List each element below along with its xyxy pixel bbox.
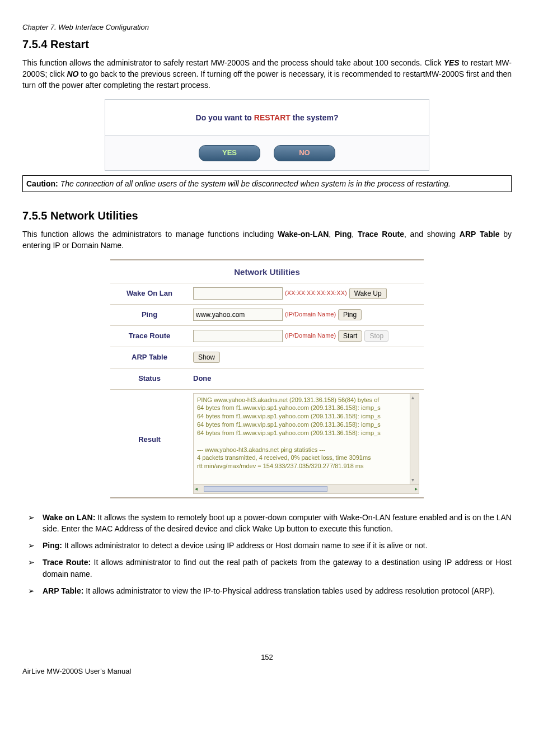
page-number: 152 [22, 652, 512, 663]
list-item: Trace Route: It allows administrator to … [43, 557, 512, 580]
feature-list: Wake on LAN: It allows the system to rem… [22, 512, 512, 597]
nu-label-wol: Wake On Lan [110, 285, 189, 302]
no-button[interactable]: NO [274, 145, 335, 161]
nu-row-status: Status Done [110, 368, 424, 389]
kw-wol: Wake-on-LAN [278, 230, 329, 239]
section-755-intro: This function allows the administrators … [22, 228, 512, 251]
result-text: PING www.yahoo-ht3.akadns.net (209.131.3… [194, 394, 419, 473]
text: This function allows the administrators … [22, 230, 278, 239]
nu-label-trace: Trace Route [110, 328, 189, 345]
text: , and showing [404, 230, 460, 239]
wakeup-button[interactable]: Wake Up [349, 288, 387, 299]
feature-body: It allows administrator to find out the … [43, 558, 512, 578]
result-scrollbar-thumb[interactable] [204, 486, 327, 492]
restart-dialog-question: Do you want to RESTART the system? [105, 100, 429, 136]
wol-hint: (XX:XX:XX:XX:XX:XX) [285, 289, 347, 298]
restart-dialog-buttons: YES NO [105, 136, 429, 170]
caution-body: The connection of all online users of th… [58, 179, 451, 188]
trace-hint: (IP/Domain Name) [285, 332, 336, 340]
nu-label-result: Result [110, 390, 189, 449]
text: to go back to the previous screen. If tu… [22, 69, 512, 90]
footer: AirLive MW-2000S User's Manual [22, 666, 512, 677]
section-755-heading: 7.5.5 Network Utilities [22, 208, 512, 224]
restart-highlight: RESTART [254, 113, 291, 122]
ping-hint: (IP/Domain Name) [285, 310, 336, 319]
nu-row-result: Result PING www.yahoo-ht3.akadns.net (20… [110, 389, 424, 497]
feature-title: Trace Route: [43, 558, 91, 567]
kw-ping: Ping [335, 230, 352, 239]
text: Do you want to [196, 113, 254, 122]
nu-label-status: Status [110, 370, 189, 388]
feature-body: It allows the system to remotely boot up… [43, 513, 512, 533]
feature-body: It allows administrator to view the IP-t… [83, 586, 495, 595]
no-strong: NO [67, 69, 78, 78]
feature-body: It allows administrator to detect a devi… [62, 541, 428, 550]
list-item: Ping: It allows administrator to detect … [43, 540, 512, 551]
feature-title: ARP Table: [43, 586, 83, 595]
yes-button[interactable]: YES [199, 145, 260, 161]
status-value: Done [193, 374, 212, 384]
yes-strong: YES [444, 58, 460, 67]
caution-label: Caution: [26, 179, 58, 188]
list-item: Wake on LAN: It allows the system to rem… [43, 512, 512, 535]
nu-row-trace: Trace Route (IP/Domain Name) Start Stop [110, 325, 424, 347]
kw-trace: Trace Route [358, 230, 404, 239]
text: the system? [291, 113, 339, 122]
feature-title: Ping: [43, 541, 62, 550]
trace-stop-button[interactable]: Stop [364, 330, 388, 342]
result-scrollbar-vertical[interactable] [410, 394, 419, 484]
kw-arp: ARP Table [460, 230, 500, 239]
list-item: ARP Table: It allows administrator to vi… [43, 585, 512, 596]
text: , [329, 230, 335, 239]
ping-button[interactable]: Ping [338, 309, 362, 320]
network-utilities-panel: Network Utilities Wake On Lan (XX:XX:XX:… [110, 259, 424, 498]
arp-show-button[interactable]: Show [193, 352, 220, 363]
section-754-heading: 7.5.4 Restart [22, 36, 512, 53]
nu-row-ping: Ping (IP/Domain Name) Ping [110, 304, 424, 325]
section-754-para: This function allows the administrator t… [22, 57, 512, 91]
trace-input[interactable] [193, 330, 283, 342]
feature-title: Wake on LAN: [43, 513, 95, 522]
nu-title: Network Utilities [110, 260, 424, 283]
trace-start-button[interactable]: Start [338, 330, 362, 342]
nu-label-arp: ARP Table [110, 349, 189, 366]
ping-input[interactable] [193, 309, 283, 321]
chapter-header: Chapter 7. Web Interface Configuration [22, 22, 512, 33]
result-scrollbar-horizontal[interactable] [194, 484, 419, 493]
nu-row-wol: Wake On Lan (XX:XX:XX:XX:XX:XX) Wake Up [110, 283, 424, 304]
restart-dialog: Do you want to RESTART the system? YES N… [105, 99, 429, 171]
result-box: PING www.yahoo-ht3.akadns.net (209.131.3… [193, 393, 419, 494]
wol-mac-input[interactable] [193, 287, 283, 300]
nu-row-arp: ARP Table Show [110, 347, 424, 368]
text: This function allows the administrator t… [22, 58, 444, 67]
text: , [352, 230, 358, 239]
nu-label-ping: Ping [110, 306, 189, 324]
caution-box: Caution: The connection of all online us… [22, 175, 512, 192]
